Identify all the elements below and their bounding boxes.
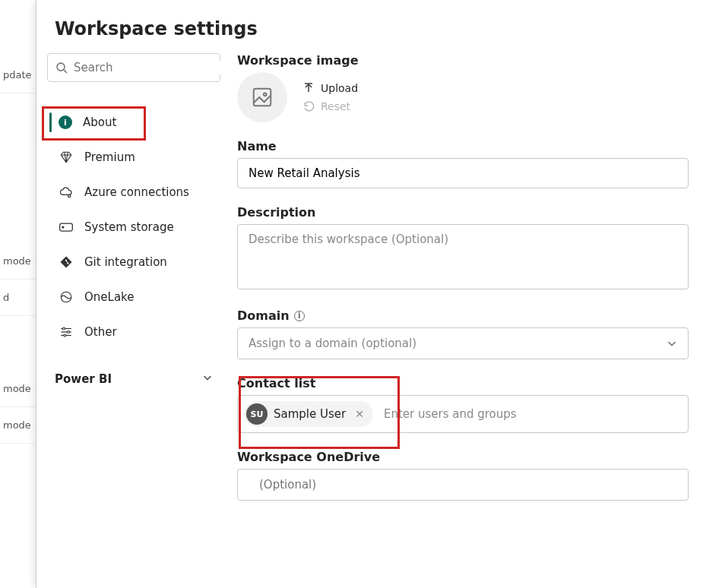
- upload-icon: [302, 82, 315, 94]
- nav-label: System storage: [84, 220, 174, 234]
- settings-main: Workspace image Upload Reset: [231, 47, 722, 588]
- nav-label: Azure connections: [84, 185, 189, 199]
- bg-row: mode: [0, 407, 36, 444]
- nav-item-onelake[interactable]: OneLake: [47, 280, 220, 315]
- svg-line-1: [64, 70, 67, 73]
- diamond-icon: [59, 150, 74, 165]
- workspace-image-placeholder: [237, 72, 287, 122]
- search-input[interactable]: [74, 61, 221, 74]
- section-power-bi[interactable]: Power BI: [47, 349, 220, 392]
- nav-item-premium[interactable]: Premium: [47, 140, 220, 175]
- nav-label: Git integration: [84, 255, 167, 269]
- git-icon: [59, 254, 74, 270]
- bg-row: pdate: [0, 57, 36, 93]
- onedrive-input[interactable]: [237, 469, 689, 501]
- section-label: Power BI: [55, 372, 112, 386]
- domain-placeholder: Assign to a domain (optional): [249, 337, 416, 350]
- bg-row: mode: [0, 371, 36, 407]
- reset-button: Reset: [302, 100, 358, 112]
- svg-point-16: [264, 93, 267, 96]
- chevron-down-icon: [202, 372, 213, 386]
- avatar: SU: [246, 403, 268, 425]
- svg-point-4: [62, 226, 64, 228]
- nav-item-about[interactable]: i About: [47, 105, 220, 140]
- contact-placeholder: Enter users and groups: [379, 407, 517, 421]
- search-input-wrap[interactable]: [47, 53, 220, 82]
- nav-item-azure[interactable]: Azure connections: [47, 175, 220, 210]
- svg-point-0: [57, 63, 65, 71]
- image-icon: [251, 86, 274, 109]
- storage-icon: [59, 220, 74, 235]
- onedrive-label: Workspace OneDrive: [237, 450, 689, 464]
- person-name: Sample User: [274, 407, 346, 421]
- bg-row: d: [0, 280, 36, 316]
- settings-sidebar: i About Premium Azure connections Syste: [36, 47, 231, 588]
- svg-point-2: [68, 194, 71, 197]
- undo-icon: [302, 100, 315, 112]
- info-icon: i: [59, 115, 72, 129]
- nav-item-other[interactable]: Other: [47, 315, 220, 349]
- nav-label: OneLake: [84, 290, 134, 304]
- bg-row: mode: [0, 243, 36, 280]
- workspace-image-label: Workspace image: [237, 53, 689, 68]
- domain-label: Domain i: [237, 308, 689, 323]
- reset-label: Reset: [321, 100, 350, 112]
- domain-label-text: Domain: [237, 308, 290, 323]
- info-icon[interactable]: i: [294, 311, 305, 321]
- person-chip: SU Sample User ✕: [244, 401, 373, 427]
- background-left-column: pdate mode d mode mode: [0, 0, 36, 588]
- domain-select[interactable]: Assign to a domain (optional): [237, 327, 689, 359]
- remove-chip-button[interactable]: ✕: [352, 408, 367, 420]
- upload-label: Upload: [321, 82, 358, 94]
- contact-list-label: Contact list: [237, 376, 689, 390]
- onelake-icon: [59, 289, 74, 305]
- nav-item-git[interactable]: Git integration: [47, 245, 220, 280]
- nav-item-storage[interactable]: System storage: [47, 210, 220, 245]
- svg-point-12: [63, 327, 65, 330]
- name-input[interactable]: [237, 158, 689, 188]
- description-label: Description: [237, 205, 689, 220]
- svg-point-14: [64, 334, 66, 337]
- nav-label: Other: [84, 325, 117, 339]
- cloud-icon: [59, 185, 74, 200]
- nav-label: Premium: [84, 150, 135, 164]
- name-label: Name: [237, 139, 689, 153]
- sliders-icon: [59, 324, 74, 340]
- settings-panel: Workspace settings i About Premium: [36, 0, 722, 588]
- svg-point-13: [68, 331, 70, 334]
- nav-label: About: [83, 115, 116, 129]
- page-title: Workspace settings: [36, 0, 722, 47]
- svg-rect-3: [60, 223, 73, 231]
- search-icon: [55, 60, 68, 75]
- contact-list-input[interactable]: SU Sample User ✕ Enter users and groups: [237, 395, 689, 433]
- chevron-down-icon: [667, 338, 677, 349]
- description-input[interactable]: [237, 224, 689, 289]
- upload-button[interactable]: Upload: [302, 82, 358, 94]
